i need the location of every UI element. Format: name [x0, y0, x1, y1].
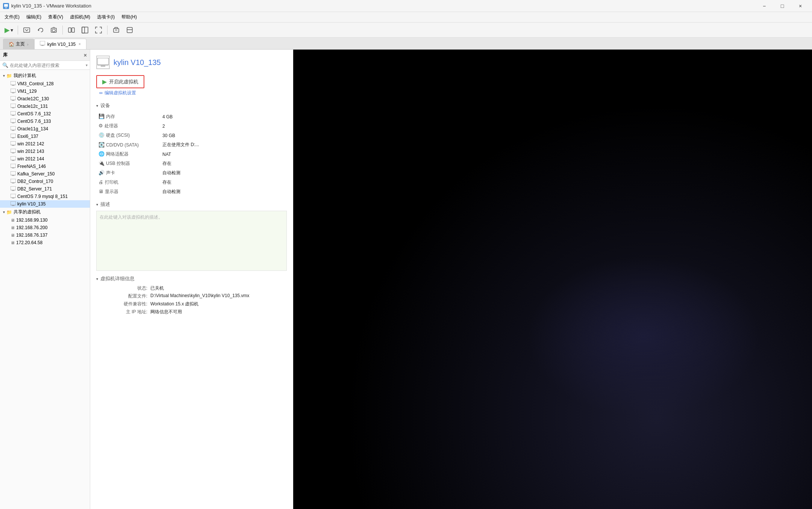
sidebar-item-label: 192.168.76.200 — [16, 225, 47, 230]
device-value: 存在 — [160, 178, 287, 187]
sidebar-item-192_168_76_137[interactable]: 🖥192.168.76.137 — [0, 231, 90, 239]
ctrl-alt-del-button[interactable] — [110, 24, 123, 36]
sidebar-item-label: Kafka_Server_150 — [17, 171, 55, 177]
vm-icon — [11, 171, 16, 177]
settings-button[interactable] — [123, 24, 136, 36]
sidebar-item-label: DB2_Server_171 — [17, 186, 52, 192]
revert-button[interactable] — [34, 24, 47, 36]
device-value: 4 GB — [160, 112, 287, 121]
vm-screen-area[interactable] — [293, 50, 812, 509]
sidebar-search-box[interactable]: 🔍 ▾ — [0, 61, 90, 70]
sidebar-item-label: VM3_Control_128 — [17, 81, 54, 86]
home-tab[interactable]: 🏠 主页 › — [3, 39, 34, 49]
suspend-button[interactable] — [20, 24, 33, 36]
menu-help[interactable]: 帮助(H) — [118, 13, 140, 21]
sidebar-item-DB2_Control_170[interactable]: DB2_Control_170 — [0, 178, 90, 185]
sidebar-item-VM3_Control_128[interactable]: VM3_Control_128 — [0, 80, 90, 88]
sidebar-item-label: Oracle12C_130 — [17, 96, 49, 101]
sidebar-item-win_2012_143[interactable]: win 2012 143 — [0, 148, 90, 155]
shared-vms-header[interactable]: ▾ 📁 共享的虚拟机 — [0, 208, 90, 216]
sidebar: 库 × 🔍 ▾ ▾ 📁 我的计算机 VM3_Contro — [0, 50, 90, 509]
sidebar-item-Oracle12c_131[interactable]: Oracle12c_131 — [0, 103, 90, 110]
toolbar-separator-3 — [107, 26, 108, 35]
devices-section-header[interactable]: ▾ 设备 — [96, 102, 287, 109]
sidebar-close-button[interactable]: × — [84, 52, 87, 58]
sidebar-item-172_20_64_58[interactable]: 🖥172.20.64.58 — [0, 239, 90, 246]
device-value: 30 GB — [160, 131, 287, 140]
svg-rect-42 — [11, 179, 16, 183]
vm-icon — [11, 164, 16, 169]
server-icon: 🖥 — [11, 218, 15, 222]
sidebar-item-VM1_129[interactable]: VM1_129 — [0, 88, 90, 95]
sidebar-item-Esxi6_137[interactable]: Esxi6_137 — [0, 133, 90, 140]
svg-rect-51 — [101, 66, 105, 66]
start-icon: ▶ — [102, 78, 107, 85]
view-mode-2-button[interactable] — [79, 24, 91, 36]
description-section-header[interactable]: ▾ 描述 — [96, 201, 287, 208]
svg-rect-26 — [11, 119, 16, 122]
sidebar-item-FreeNAS_146[interactable]: FreeNAS_146 — [0, 163, 90, 170]
app-icon — [3, 3, 9, 9]
power-on-button[interactable]: ▶ ▾ — [2, 24, 15, 36]
device-label: 显示器 — [105, 189, 118, 194]
svg-point-5 — [52, 29, 55, 32]
sidebar-item-label: Oracle12c_131 — [17, 104, 48, 109]
sidebar-title: 库 — [3, 52, 8, 58]
sidebar-item-kylin_V10_135[interactable]: kylin V10_135 — [0, 200, 90, 208]
menu-options[interactable]: 选项卡(I) — [94, 13, 118, 21]
sidebar-item-192_168_76_200[interactable]: 🖥192.168.76.200 — [0, 224, 90, 231]
menu-vm[interactable]: 虚拟机(M) — [67, 13, 93, 21]
vm-tab-close-icon[interactable]: × — [79, 42, 81, 46]
sidebar-item-Oracle12C_130[interactable]: Oracle12C_130 — [0, 95, 90, 103]
minimize-button[interactable]: − — [756, 0, 773, 12]
vm-info-section-header[interactable]: ▾ 虚拟机详细信息 — [96, 275, 287, 282]
sidebar-item-label: CentOS 7.9 mysql 8_151 — [17, 194, 68, 199]
view-mode-1-button[interactable] — [65, 24, 78, 36]
svg-rect-47 — [12, 198, 14, 198]
home-icon: 🏠 — [9, 42, 14, 47]
svg-rect-23 — [12, 108, 14, 108]
menu-edit[interactable]: 编辑(E) — [23, 13, 44, 21]
vm-icon — [11, 104, 16, 109]
sidebar-item-Oracle11g_134[interactable]: Oracle11g_134 — [0, 125, 90, 133]
sidebar-item-win_2012_144[interactable]: win 2012 144 — [0, 155, 90, 163]
search-dropdown-icon[interactable]: ▾ — [86, 63, 88, 67]
start-vm-button[interactable]: ▶ 开启此虚拟机 — [96, 75, 144, 88]
sidebar-item-DB2_Server_171[interactable]: DB2_Server_171 — [0, 185, 90, 193]
menu-view[interactable]: 查看(V) — [45, 13, 66, 21]
device-icon: 💾 — [98, 113, 105, 119]
description-box[interactable]: 在此处键入对该虚拟机的描述。 — [96, 211, 287, 271]
close-button[interactable]: × — [792, 0, 809, 12]
vm-info-rows: 状态:已关机配置文件:D:\Virtual Machines\kylin_V10… — [96, 285, 287, 315]
svg-rect-38 — [11, 164, 16, 168]
sidebar-item-Kafka_Server_150[interactable]: Kafka_Server_150 — [0, 170, 90, 178]
search-input[interactable] — [10, 63, 86, 68]
my-computers-label: 我的计算机 — [14, 72, 36, 79]
device-label: CD/DVD (SATA) — [106, 142, 139, 148]
sidebar-item-label: kylin V10_135 — [17, 201, 45, 207]
vm-icon — [11, 186, 16, 192]
vm-tab[interactable]: kylin V10_135 × — [34, 39, 86, 49]
sidebar-item-CentOS_7.6_133[interactable]: CentOS 7.6_133 — [0, 118, 90, 125]
menu-file[interactable]: 文件(E) — [2, 13, 23, 21]
sidebar-item-win_2012_142[interactable]: win 2012 142 — [0, 140, 90, 148]
svg-rect-30 — [11, 134, 16, 137]
svg-rect-3 — [24, 28, 30, 32]
vm-info-value: 网络信息不可用 — [150, 309, 182, 315]
svg-rect-20 — [11, 96, 16, 100]
fullscreen-button[interactable] — [92, 24, 105, 36]
vm-icon — [11, 134, 16, 139]
device-row: 💾内存4 GB — [96, 112, 287, 121]
edit-vm-button[interactable]: ✏ 编辑虚拟机设置 — [96, 88, 139, 98]
vm-actions: ▶ 开启此虚拟机 ✏ 编辑虚拟机设置 — [96, 75, 287, 98]
restore-button[interactable]: □ — [774, 0, 791, 12]
shared-vms-label: 共享的虚拟机 — [14, 209, 41, 215]
device-icon: ⚙ — [98, 123, 103, 128]
take-snapshot-button[interactable] — [47, 24, 60, 36]
sidebar-item-CentOS_7.9_mysql_8_151[interactable]: CentOS 7.9 mysql 8_151 — [0, 193, 90, 200]
my-computers-header[interactable]: ▾ 📁 我的计算机 — [0, 71, 90, 80]
svg-rect-10 — [114, 29, 119, 32]
play-icon: ▶ — [5, 26, 10, 34]
sidebar-item-CentOS_7.6_132[interactable]: CentOS 7.6_132 — [0, 110, 90, 118]
sidebar-item-192_168_99_130[interactable]: 🖥192.168.99.130 — [0, 216, 90, 224]
